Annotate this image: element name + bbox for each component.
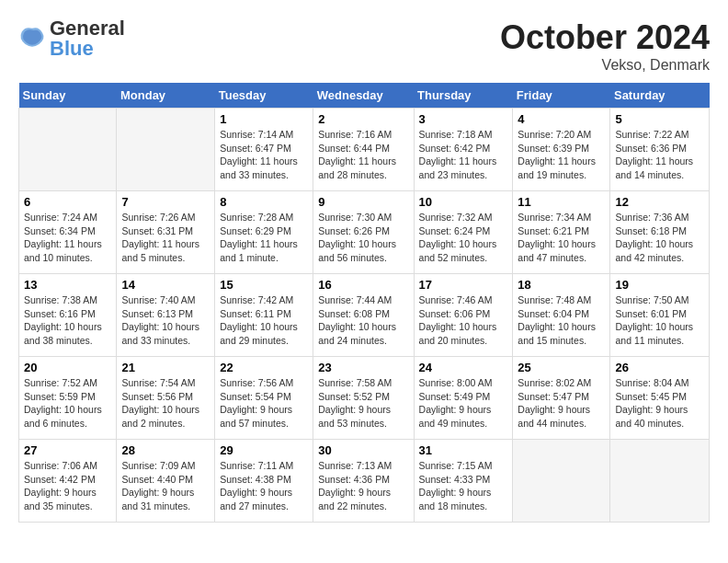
day-detail: Sunrise: 7:44 AM Sunset: 6:08 PM Dayligh…: [318, 293, 408, 348]
day-detail: Sunrise: 7:48 AM Sunset: 6:04 PM Dayligh…: [518, 293, 605, 348]
day-number: 5: [615, 112, 704, 126]
day-detail: Sunrise: 7:09 AM Sunset: 4:40 PM Dayligh…: [121, 459, 210, 513]
page-header: General Blue October 2024 Vekso, Denmark: [18, 18, 710, 74]
calendar-cell: 24 Sunrise: 8:00 AM Sunset: 5:49 PM Dayl…: [414, 357, 513, 440]
calendar-cell: 19 Sunrise: 7:50 AM Sunset: 6:01 PM Dayl…: [610, 274, 710, 357]
calendar-cell: 30 Sunrise: 7:13 AM Sunset: 4:36 PM Dayl…: [313, 440, 414, 523]
calendar-cell: 5 Sunrise: 7:22 AM Sunset: 6:36 PM Dayli…: [610, 109, 710, 191]
weekday-header-monday: Monday: [117, 83, 215, 109]
calendar-cell: [513, 440, 610, 523]
calendar-cell: 15 Sunrise: 7:42 AM Sunset: 6:11 PM Dayl…: [215, 274, 313, 357]
calendar-cell: 6 Sunrise: 7:24 AM Sunset: 6:34 PM Dayli…: [19, 191, 117, 274]
calendar-cell: 8 Sunrise: 7:28 AM Sunset: 6:29 PM Dayli…: [215, 191, 313, 274]
calendar-cell: 31 Sunrise: 7:15 AM Sunset: 4:33 PM Dayl…: [414, 440, 513, 523]
day-detail: Sunrise: 7:15 AM Sunset: 4:33 PM Dayligh…: [419, 459, 508, 513]
logo-icon: [18, 25, 46, 52]
day-number: 17: [419, 278, 508, 292]
day-detail: Sunrise: 7:30 AM Sunset: 6:26 PM Dayligh…: [318, 211, 408, 265]
calendar-cell: 4 Sunrise: 7:20 AM Sunset: 6:39 PM Dayli…: [513, 109, 610, 191]
calendar-cell: 25 Sunrise: 8:02 AM Sunset: 5:47 PM Dayl…: [513, 357, 610, 440]
day-number: 8: [220, 195, 308, 209]
calendar-title: October 2024: [500, 18, 710, 57]
day-detail: Sunrise: 7:58 AM Sunset: 5:52 PM Dayligh…: [318, 376, 408, 431]
day-detail: Sunrise: 7:24 AM Sunset: 6:34 PM Dayligh…: [24, 211, 111, 265]
day-number: 26: [615, 361, 704, 374]
title-block: October 2024 Vekso, Denmark: [500, 18, 710, 74]
calendar-cell: 27 Sunrise: 7:06 AM Sunset: 4:42 PM Dayl…: [19, 440, 117, 523]
day-detail: Sunrise: 7:18 AM Sunset: 6:42 PM Dayligh…: [419, 128, 508, 182]
day-number: 24: [419, 361, 508, 374]
day-detail: Sunrise: 7:54 AM Sunset: 5:56 PM Dayligh…: [121, 376, 210, 431]
day-detail: Sunrise: 7:13 AM Sunset: 4:36 PM Dayligh…: [318, 459, 408, 513]
day-detail: Sunrise: 7:20 AM Sunset: 6:39 PM Dayligh…: [518, 128, 605, 182]
calendar-cell: 9 Sunrise: 7:30 AM Sunset: 6:26 PM Dayli…: [313, 191, 414, 274]
calendar-cell: 28 Sunrise: 7:09 AM Sunset: 4:40 PM Dayl…: [117, 440, 215, 523]
calendar-cell: 17 Sunrise: 7:46 AM Sunset: 6:06 PM Dayl…: [414, 274, 513, 357]
day-number: 12: [615, 195, 704, 209]
day-number: 30: [318, 443, 408, 457]
day-number: 28: [121, 443, 210, 457]
calendar-cell: 13 Sunrise: 7:38 AM Sunset: 6:16 PM Dayl…: [19, 274, 117, 357]
calendar-week-row: 27 Sunrise: 7:06 AM Sunset: 4:42 PM Dayl…: [19, 440, 710, 523]
day-detail: Sunrise: 7:22 AM Sunset: 6:36 PM Dayligh…: [615, 128, 704, 182]
weekday-header-friday: Friday: [513, 83, 610, 109]
calendar-cell: [117, 109, 215, 191]
calendar-cell: 12 Sunrise: 7:36 AM Sunset: 6:18 PM Dayl…: [610, 191, 710, 274]
calendar-table: SundayMondayTuesdayWednesdayThursdayFrid…: [18, 83, 710, 523]
calendar-cell: 26 Sunrise: 8:04 AM Sunset: 5:45 PM Dayl…: [610, 357, 710, 440]
day-detail: Sunrise: 7:52 AM Sunset: 5:59 PM Dayligh…: [24, 376, 111, 431]
weekday-header-thursday: Thursday: [414, 83, 513, 109]
day-detail: Sunrise: 7:36 AM Sunset: 6:18 PM Dayligh…: [615, 211, 704, 265]
logo-text: General Blue: [50, 18, 125, 59]
day-number: 2: [318, 112, 408, 126]
day-detail: Sunrise: 7:46 AM Sunset: 6:06 PM Dayligh…: [419, 293, 508, 348]
day-number: 1: [220, 112, 308, 126]
day-number: 20: [24, 361, 111, 374]
day-number: 25: [518, 361, 605, 374]
weekday-header-sunday: Sunday: [19, 83, 117, 109]
day-number: 6: [24, 195, 111, 209]
day-number: 21: [121, 361, 210, 374]
calendar-cell: 14 Sunrise: 7:40 AM Sunset: 6:13 PM Dayl…: [117, 274, 215, 357]
calendar-week-row: 6 Sunrise: 7:24 AM Sunset: 6:34 PM Dayli…: [19, 191, 710, 274]
day-number: 4: [518, 112, 605, 126]
calendar-cell: 20 Sunrise: 7:52 AM Sunset: 5:59 PM Dayl…: [19, 357, 117, 440]
day-number: 31: [419, 443, 508, 457]
day-number: 19: [615, 278, 704, 292]
day-number: 11: [518, 195, 605, 209]
day-number: 18: [518, 278, 605, 292]
calendar-cell: 22 Sunrise: 7:56 AM Sunset: 5:54 PM Dayl…: [215, 357, 313, 440]
calendar-week-row: 13 Sunrise: 7:38 AM Sunset: 6:16 PM Dayl…: [19, 274, 710, 357]
day-number: 23: [318, 361, 408, 374]
calendar-week-row: 1 Sunrise: 7:14 AM Sunset: 6:47 PM Dayli…: [19, 109, 710, 191]
day-detail: Sunrise: 7:16 AM Sunset: 6:44 PM Dayligh…: [318, 128, 408, 182]
calendar-cell: 21 Sunrise: 7:54 AM Sunset: 5:56 PM Dayl…: [117, 357, 215, 440]
calendar-week-row: 20 Sunrise: 7:52 AM Sunset: 5:59 PM Dayl…: [19, 357, 710, 440]
day-detail: Sunrise: 7:34 AM Sunset: 6:21 PM Dayligh…: [518, 211, 605, 265]
day-number: 10: [419, 195, 508, 209]
calendar-cell: [19, 109, 117, 191]
day-number: 7: [121, 195, 210, 209]
calendar-cell: 16 Sunrise: 7:44 AM Sunset: 6:08 PM Dayl…: [313, 274, 414, 357]
day-detail: Sunrise: 7:11 AM Sunset: 4:38 PM Dayligh…: [220, 459, 308, 513]
calendar-cell: 10 Sunrise: 7:32 AM Sunset: 6:24 PM Dayl…: [414, 191, 513, 274]
day-detail: Sunrise: 7:26 AM Sunset: 6:31 PM Dayligh…: [121, 211, 210, 265]
calendar-cell: 11 Sunrise: 7:34 AM Sunset: 6:21 PM Dayl…: [513, 191, 610, 274]
calendar-subtitle: Vekso, Denmark: [500, 57, 710, 74]
day-detail: Sunrise: 7:14 AM Sunset: 6:47 PM Dayligh…: [220, 128, 308, 182]
day-number: 22: [220, 361, 308, 374]
day-detail: Sunrise: 8:00 AM Sunset: 5:49 PM Dayligh…: [419, 376, 508, 431]
day-detail: Sunrise: 7:40 AM Sunset: 6:13 PM Dayligh…: [121, 293, 210, 348]
calendar-cell: [610, 440, 710, 523]
day-number: 9: [318, 195, 408, 209]
calendar-cell: 1 Sunrise: 7:14 AM Sunset: 6:47 PM Dayli…: [215, 109, 313, 191]
day-detail: Sunrise: 7:32 AM Sunset: 6:24 PM Dayligh…: [419, 211, 508, 265]
calendar-cell: 18 Sunrise: 7:48 AM Sunset: 6:04 PM Dayl…: [513, 274, 610, 357]
logo-line2: Blue: [50, 39, 125, 59]
weekday-header-wednesday: Wednesday: [313, 83, 414, 109]
day-number: 3: [419, 112, 508, 126]
weekday-header-tuesday: Tuesday: [215, 83, 313, 109]
day-detail: Sunrise: 7:28 AM Sunset: 6:29 PM Dayligh…: [220, 211, 308, 265]
calendar-cell: 23 Sunrise: 7:58 AM Sunset: 5:52 PM Dayl…: [313, 357, 414, 440]
calendar-cell: 2 Sunrise: 7:16 AM Sunset: 6:44 PM Dayli…: [313, 109, 414, 191]
